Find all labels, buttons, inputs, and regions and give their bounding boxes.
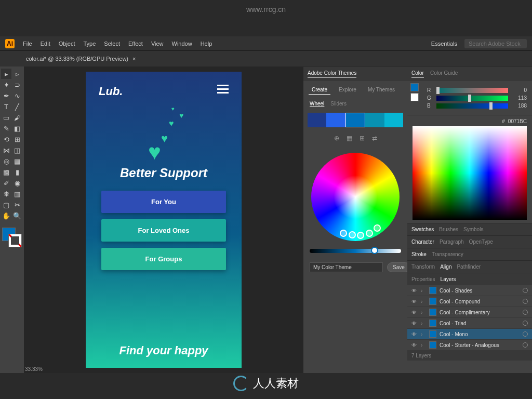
canvas[interactable]: Lub. ♥ ♥ ♥ ♥ ♥ Better Support For You Fo… [24,66,303,373]
menu-window[interactable]: Window [172,41,192,47]
lasso-tool[interactable]: ⊃ [12,79,22,90]
layer-name[interactable]: Cool - Triad [440,321,520,326]
expand-icon[interactable]: › [421,288,426,294]
swatch-2[interactable] [326,113,345,127]
wheel-marker[interactable] [349,231,356,238]
close-icon[interactable]: × [132,56,136,62]
wheel-marker[interactable] [374,224,381,232]
grid-icon[interactable]: ⊞ [360,135,365,142]
tab-opentype[interactable]: OpenType [469,239,493,245]
shaper-tool[interactable]: ✎ [1,123,11,134]
curvature-tool[interactable]: ∿ [12,90,22,101]
graph-tool[interactable]: ▥ [12,189,22,199]
layer-name[interactable]: Cool - Shades [440,288,520,294]
brightness-slider[interactable] [310,249,401,253]
app-logo[interactable]: Ai [5,39,15,48]
tab-explore[interactable]: Explore [336,85,360,95]
paintbrush-tool[interactable]: 🖌 [12,112,22,123]
free-transform-tool[interactable]: ◫ [12,145,22,155]
tab-layers[interactable]: Layers [441,276,456,282]
layer-row[interactable]: 👁›Cool - Complimentary [407,307,532,318]
slice-tool[interactable]: ✂ [12,200,22,210]
target-icon[interactable] [523,321,528,326]
target-icon[interactable] [523,288,528,293]
menu-object[interactable]: Object [59,41,75,47]
target-icon[interactable] [523,310,528,315]
add-single-icon[interactable]: ▦ [347,135,352,142]
swatch-1[interactable] [308,113,326,127]
tab-transform[interactable]: Transform [411,264,435,270]
type-tool[interactable]: T [1,101,11,112]
visibility-icon[interactable]: 👁 [411,299,418,304]
rotate-tool[interactable]: ⟲ [1,134,11,144]
perspective-tool[interactable]: ▦ [12,156,22,166]
add-to-swatches-icon[interactable]: ⊕ [334,135,339,142]
menu-select[interactable]: Select [104,41,120,47]
swatch-3-active[interactable] [345,113,365,127]
layer-name[interactable]: Cool - Complimentary [440,310,520,315]
menu-type[interactable]: Type [84,41,96,47]
b-value[interactable]: 188 [511,103,527,109]
expand-icon[interactable]: › [421,342,426,348]
expand-icon[interactable]: › [421,321,426,326]
eraser-tool[interactable]: ◧ [12,123,22,134]
selection-tool[interactable]: ▸ [1,69,11,79]
rectangle-tool[interactable]: ▭ [1,112,11,123]
tab-transparency[interactable]: Transparency [432,251,463,257]
stroke-mini-swatch[interactable] [410,93,419,101]
link-icon[interactable]: ⇄ [372,135,377,142]
pen-tool[interactable]: ✒ [1,90,11,101]
stroke-color-swatch[interactable] [8,234,22,247]
symbol-sprayer-tool[interactable]: ❋ [1,189,11,199]
b-slider[interactable] [436,103,508,109]
tab-swatches[interactable]: Swatches [411,227,434,232]
visibility-icon[interactable]: 👁 [411,331,418,337]
menu-view[interactable]: View [151,41,164,47]
color-wheel[interactable] [311,153,400,241]
scale-tool[interactable]: ⊞ [12,134,22,144]
menu-file[interactable]: File [23,41,32,47]
tab-character[interactable]: Character [411,239,434,245]
layer-name[interactable]: Cool - Compound [440,299,520,304]
layer-row[interactable]: 👁›Cool - Triad [407,318,532,329]
magic-wand-tool[interactable]: ✦ [1,79,11,90]
document-tab[interactable]: color.ai* @ 33.33% (RGB/GPU Preview) × [26,56,136,62]
tab-properties[interactable]: Properties [411,276,435,282]
layer-row[interactable]: 👁›Cool - Shades [407,285,532,296]
visibility-icon[interactable]: 👁 [411,321,418,326]
line-tool[interactable]: ╱ [12,101,22,112]
visibility-icon[interactable]: 👁 [411,288,418,294]
shape-builder-tool[interactable]: ◎ [1,156,11,166]
mode-sliders[interactable]: Sliders [330,101,347,107]
tab-color[interactable]: Color [411,70,424,78]
tab-align[interactable]: Align [440,264,451,270]
expand-icon[interactable]: › [421,331,426,337]
target-icon[interactable] [523,299,528,304]
search-input[interactable] [464,39,527,48]
g-value[interactable]: 113 [511,95,527,101]
menu-help[interactable]: Help [201,41,212,47]
r-slider[interactable] [436,88,508,93]
swatch-4[interactable] [365,113,384,127]
expand-icon[interactable]: › [421,299,426,304]
gradient-tool[interactable]: ▮ [12,167,22,177]
tab-color-guide[interactable]: Color Guide [430,70,458,78]
tab-pathfinder[interactable]: Pathfinder [457,264,481,270]
wheel-marker[interactable] [340,230,347,237]
tab-mythemes[interactable]: My Themes [365,85,398,95]
fill-mini-swatch[interactable] [410,83,419,91]
layer-name[interactable]: Cool - Starter - Analogous [440,342,520,348]
direct-selection-tool[interactable]: ▹ [12,69,22,79]
tab-brushes[interactable]: Brushes [439,227,458,232]
expand-icon[interactable]: › [421,310,426,315]
workspace-switcher[interactable]: Essentials [431,41,457,47]
zoom-status[interactable]: 33.33% [25,366,43,372]
color-spectrum[interactable] [413,126,527,220]
tab-stroke[interactable]: Stroke [411,251,427,257]
menu-edit[interactable]: Edit [41,41,50,47]
wheel-marker[interactable] [366,230,373,237]
theme-swatches[interactable] [308,113,403,127]
target-icon[interactable] [523,342,528,348]
tab-create[interactable]: Create [309,85,330,95]
layer-row[interactable]: 👁›Cool - Compound [407,296,532,307]
